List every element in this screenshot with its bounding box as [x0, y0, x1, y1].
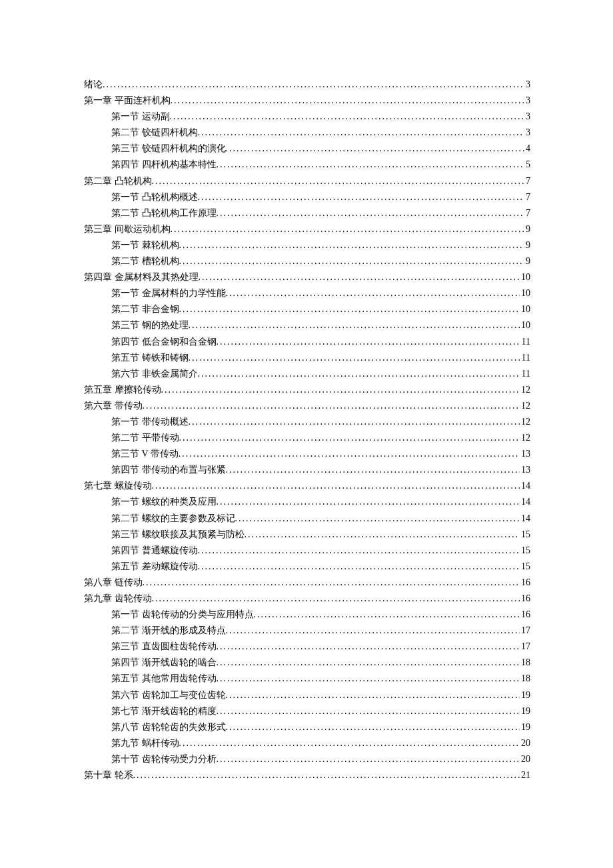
- toc-entry[interactable]: 第一节 金属材料的力学性能10: [84, 287, 530, 303]
- toc-entry-leader: [226, 722, 520, 733]
- toc-entry[interactable]: 第九章 齿轮传动16: [84, 593, 530, 609]
- toc-entry-page: 16: [520, 577, 530, 588]
- toc-entry-leader: [217, 159, 525, 170]
- toc-entry-title: 第四节 普通螺旋传动: [111, 545, 198, 557]
- toc-entry-title: 第三节 V 带传动: [111, 448, 179, 460]
- toc-entry-title: 第一节 金属材料的力学性能: [111, 287, 226, 299]
- toc-entry[interactable]: 第二章 凸轮机构7: [84, 175, 530, 191]
- toc-entry-page: 5: [524, 159, 530, 170]
- toc-entry-title: 第二节 非合金钢: [111, 303, 179, 315]
- toc-entry-leader: [179, 240, 525, 251]
- toc-entry-leader: [152, 176, 525, 187]
- toc-entry[interactable]: 第五节 铸铁和铸钢11: [84, 352, 530, 368]
- toc-entry-leader: [161, 385, 520, 395]
- toc-entry-title: 第四章 金属材料及其热处理: [84, 271, 199, 283]
- toc-entry[interactable]: 第一节 凸轮机构概述7: [84, 191, 530, 207]
- toc-entry-leader: [217, 337, 520, 347]
- toc-entry-leader: [198, 561, 520, 572]
- toc-entry[interactable]: 第五节 差动螺旋传动15: [84, 561, 530, 577]
- toc-entry-leader: [217, 641, 520, 652]
- toc-entry[interactable]: 第二节 渐开线的形成及特点17: [84, 625, 530, 641]
- toc-entry-title: 第四节 带传动的布置与张紧: [111, 464, 226, 476]
- toc-entry-leader: [217, 754, 520, 765]
- toc-entry-page: 12: [520, 401, 530, 411]
- toc-entry-leader: [171, 224, 525, 235]
- toc-entry-page: 19: [520, 706, 530, 717]
- toc-entry-leader: [189, 320, 520, 331]
- toc-entry[interactable]: 第四节 渐开线齿轮的啮合18: [84, 657, 530, 673]
- toc-entry-title: 第六节 非铁金属简介: [111, 368, 198, 380]
- toc-entry[interactable]: 第一节 带传动概述12: [84, 416, 530, 432]
- toc-entry[interactable]: 第五节 其他常用齿轮传动18: [84, 673, 530, 689]
- toc-entry-title: 第三节 铰链四杆机构的演化: [111, 143, 226, 155]
- toc-entry-page: 19: [520, 690, 530, 701]
- toc-entry[interactable]: 第一节 棘轮机构9: [84, 239, 530, 255]
- toc-entry-title: 第一节 凸轮机构概述: [111, 191, 198, 203]
- toc-entry-page: 20: [520, 754, 530, 765]
- toc-entry-leader: [179, 433, 520, 443]
- toc-entry-page: 10: [520, 272, 530, 283]
- toc-entry[interactable]: 第七章 螺旋传动14: [84, 480, 530, 496]
- toc-entry-title: 第七章 螺旋传动: [84, 480, 152, 492]
- toc-entry[interactable]: 第二节 非合金钢10: [84, 303, 530, 319]
- toc-entry[interactable]: 第三节 V 带传动13: [84, 448, 530, 464]
- toc-entry[interactable]: 第一节 螺纹的种类及应用14: [84, 496, 530, 512]
- toc-entry-title: 绪论: [84, 79, 103, 91]
- toc-entry-title: 第三节 螺纹联接及其预紧与防松: [111, 529, 245, 541]
- toc-entry-leader: [171, 95, 525, 106]
- toc-entry-leader: [179, 449, 520, 459]
- toc-entry[interactable]: 第二节 螺纹的主要参数及标记14: [84, 513, 530, 529]
- toc-entry-page: 11: [520, 369, 530, 379]
- toc-entry[interactable]: 第六节 齿轮加工与变位齿轮19: [84, 689, 530, 705]
- toc-entry-title: 第一节 带传动概述: [111, 416, 189, 428]
- toc-entry[interactable]: 第十章 轮系21: [84, 769, 530, 785]
- toc-entry-leader: [199, 272, 520, 283]
- toc-entry-page: 10: [520, 304, 530, 315]
- toc-entry[interactable]: 第一节 齿轮传动的分类与应用特点16: [84, 609, 530, 625]
- toc-entry-leader: [143, 577, 520, 588]
- toc-entry[interactable]: 第四节 四杆机构基本特性5: [84, 159, 530, 175]
- toc-entry-title: 第五节 铸铁和铸钢: [111, 352, 189, 364]
- toc-entry[interactable]: 第三节 钢的热处理10: [84, 319, 530, 335]
- toc-entry[interactable]: 第三节 直齿圆柱齿轮传动17: [84, 641, 530, 657]
- toc-entry[interactable]: 第六章 带传动12: [84, 400, 530, 416]
- toc-entry-title: 第六章 带传动: [84, 400, 143, 412]
- toc-entry[interactable]: 第十节 齿轮传动受力分析20: [84, 753, 530, 769]
- toc-entry-title: 第七节 渐开线齿轮的精度: [111, 705, 217, 717]
- toc-entry[interactable]: 第五章 摩擦轮传动12: [84, 384, 530, 400]
- toc-entry-leader: [217, 657, 520, 668]
- toc-entry[interactable]: 第三节 铰链四杆机构的演化4: [84, 143, 530, 159]
- toc-entry-leader: [217, 673, 520, 684]
- toc-entry[interactable]: 第一节 运动副3: [84, 111, 530, 127]
- toc-entry[interactable]: 第九节 蜗杆传动20: [84, 737, 530, 753]
- toc-entry-page: 16: [520, 609, 530, 620]
- toc-entry-page: 14: [520, 497, 530, 507]
- toc-entry[interactable]: 第四节 普通螺旋传动15: [84, 545, 530, 561]
- toc-entry[interactable]: 第六节 非铁金属简介11: [84, 368, 530, 384]
- toc-entry[interactable]: 第一章 平面连杆机构3: [84, 95, 530, 111]
- toc-entry[interactable]: 第四节 带传动的布置与张紧13: [84, 464, 530, 480]
- toc-entry-title: 第八节 齿轮轮齿的失效形式: [111, 721, 226, 733]
- toc-entry-leader: [179, 256, 525, 267]
- toc-entry-leader: [217, 497, 520, 507]
- toc-entry[interactable]: 第二节 平带传动12: [84, 432, 530, 448]
- toc-entry-page: 9: [524, 224, 530, 235]
- toc-entry[interactable]: 第三章 间歇运动机构9: [84, 223, 530, 239]
- toc-entry[interactable]: 第七节 渐开线齿轮的精度19: [84, 705, 530, 721]
- toc-entry[interactable]: 第三节 螺纹联接及其预紧与防松15: [84, 529, 530, 545]
- toc-entry[interactable]: 第四章 金属材料及其热处理10: [84, 271, 530, 287]
- toc-entry[interactable]: 第八节 齿轮轮齿的失效形式19: [84, 721, 530, 737]
- toc-entry[interactable]: 绪论3: [84, 79, 530, 95]
- toc-entry-page: 4: [524, 143, 530, 154]
- toc-entry[interactable]: 第八章 链传动16: [84, 577, 530, 593]
- toc-entry-title: 第四节 渐开线齿轮的啮合: [111, 657, 217, 669]
- toc-entry-page: 15: [520, 529, 530, 540]
- toc-entry-title: 第十章 轮系: [84, 769, 133, 781]
- toc-entry[interactable]: 第二节 槽轮机构9: [84, 255, 530, 271]
- toc-entry-leader: [217, 706, 520, 717]
- toc-entry[interactable]: 第二节 凸轮机构工作原理7: [84, 207, 530, 223]
- toc-entry[interactable]: 第四节 低合金钢和合金钢11: [84, 336, 530, 352]
- toc-entry-leader: [189, 417, 520, 427]
- toc-entry[interactable]: 第二节 铰链四杆机构3: [84, 127, 530, 143]
- toc-entry-leader: [235, 513, 520, 524]
